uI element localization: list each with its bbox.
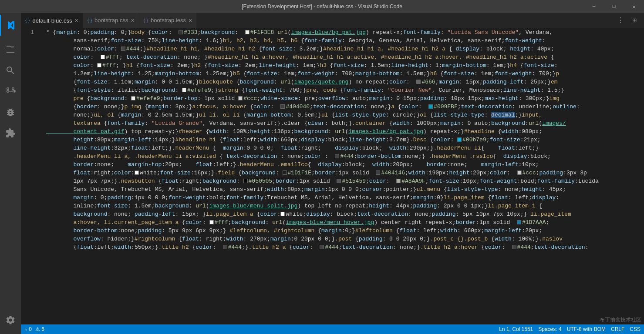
editor-area: { } default-blue.css × { } bootstrap.css… — [21, 13, 644, 334]
tab-bootstrap-less[interactable]: { } bootstrap.less × — [139, 13, 197, 28]
tab-label: default-blue.css — [32, 17, 72, 24]
activity-debug[interactable] — [0, 102, 21, 123]
language-status[interactable]: CSS — [630, 326, 641, 332]
status-bar: ⑃ 0 ⚠ 6 Ln 1, Col 1551 Spaces: 4 UTF-8 w… — [21, 324, 644, 334]
css-file-icon: { } — [25, 18, 30, 23]
line-numbers: 1 — [21, 28, 43, 324]
more-actions-button[interactable]: ⊞ — [628, 14, 641, 27]
spaces-status[interactable]: Spaces: 4 — [538, 326, 561, 332]
less-file-icon: { } — [144, 18, 148, 23]
extensions-icon — [5, 128, 16, 138]
cursor-position-status[interactable]: Ln 1, Col 1551 — [499, 326, 533, 332]
settings-icon — [5, 315, 16, 325]
activity-explorer[interactable] — [0, 39, 21, 60]
status-right: Ln 1, Col 1551 Spaces: 4 UTF-8 with BOM … — [499, 326, 641, 332]
tab-close-button[interactable]: × — [74, 17, 78, 24]
tab-label3: bootstrap.less — [151, 17, 186, 23]
activity-search[interactable] — [0, 60, 21, 81]
tab-label2: bootstrap.css — [94, 17, 128, 23]
app-body: { } default-blue.css × { } bootstrap.css… — [0, 13, 644, 334]
maximize-button[interactable]: □ — [604, 0, 624, 13]
encoding-status[interactable]: UTF-8 with BOM — [567, 326, 606, 332]
search-icon — [5, 65, 16, 76]
activity-bar — [0, 13, 21, 334]
tab-close-button3[interactable]: × — [189, 17, 192, 24]
git-branch-status[interactable]: ⑃ 0 — [24, 326, 32, 332]
close-button[interactable]: ✕ — [624, 0, 644, 13]
files-icon — [5, 44, 16, 55]
editor-top-right: ⋮ ⊞ — [614, 13, 644, 28]
status-left: ⑃ 0 ⚠ 6 — [24, 326, 44, 332]
line-num-1: 1 — [21, 28, 37, 37]
code-content[interactable]: * {margin: 0;padding: 0;}body {color: #3… — [43, 28, 644, 324]
activity-extensions[interactable] — [0, 123, 21, 144]
tab-close-button2[interactable]: × — [131, 17, 134, 24]
editor-content[interactable]: 1 * {margin: 0;padding: 0;}body {color: … — [21, 28, 644, 324]
activity-source-control[interactable] — [0, 81, 21, 102]
tabs-bar: { } default-blue.css × { } bootstrap.css… — [21, 13, 644, 28]
activity-settings[interactable] — [0, 310, 21, 331]
minimize-button[interactable]: ─ — [584, 0, 604, 13]
window-controls: ─ □ ✕ — [584, 0, 644, 13]
vscode-icon — [5, 20, 16, 30]
split-editor-button[interactable]: ⋮ — [614, 14, 627, 27]
line-ending-status[interactable]: CRLF — [611, 326, 624, 332]
tab-default-blue-css[interactable]: { } default-blue.css × — [21, 13, 83, 28]
tab-bootstrap-css[interactable]: { } bootstrap.css × — [83, 13, 139, 28]
css-file-icon2: { } — [88, 18, 92, 23]
errors-warnings-status[interactable]: ⚠ 6 — [35, 326, 44, 332]
window-title: [Extension Development Host] - default-b… — [242, 3, 402, 10]
title-bar: [Extension Development Host] - default-b… — [0, 0, 644, 13]
source-control-icon — [5, 86, 16, 97]
debug-icon — [5, 107, 16, 117]
activity-vscode-logo[interactable] — [0, 15, 21, 36]
